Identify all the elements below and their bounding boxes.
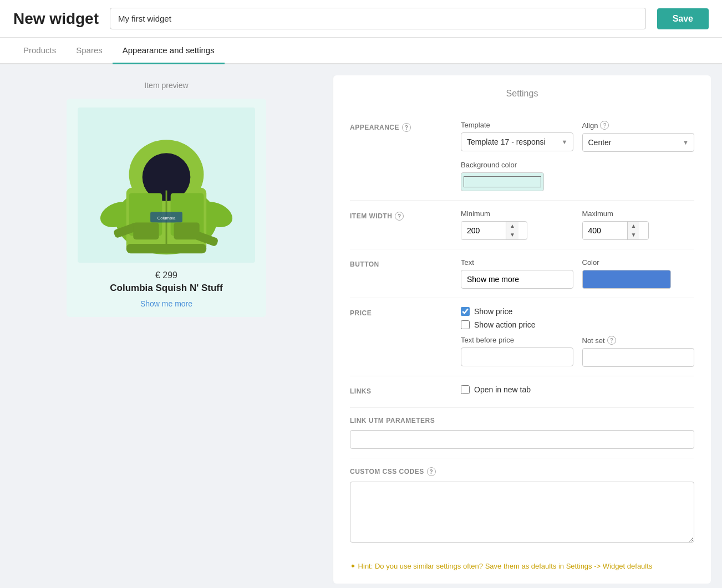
show-price-label: Show price xyxy=(474,307,512,316)
svg-rect-14 xyxy=(133,222,159,239)
max-down-btn[interactable]: ▼ xyxy=(628,231,640,239)
preview-panel: Item preview xyxy=(0,64,333,588)
max-label: Maximum xyxy=(582,209,695,218)
show-price-row[interactable]: Show price xyxy=(461,307,694,316)
min-down-btn[interactable]: ▼ xyxy=(506,231,518,239)
min-width-input[interactable] xyxy=(461,222,506,239)
appearance-info-icon[interactable]: ? xyxy=(402,123,411,132)
css-info-icon[interactable]: ? xyxy=(427,467,436,476)
svg-rect-13 xyxy=(126,244,206,253)
button-label: BUTTON xyxy=(350,258,450,268)
button-content: Text Color xyxy=(461,258,694,289)
not-set-label: Not set ? xyxy=(582,336,695,345)
button-text-input[interactable] xyxy=(461,270,573,289)
settings-title: Settings xyxy=(350,89,694,99)
item-image: Columbia xyxy=(78,108,255,263)
show-action-price-label: Show action price xyxy=(474,320,536,329)
template-select-wrapper: Template 17 - responsi Template 1 Templa… xyxy=(461,132,573,151)
text-before-price-field: Text before price xyxy=(461,336,573,367)
show-action-price-checkbox[interactable] xyxy=(461,320,470,329)
svg-text:Columbia: Columbia xyxy=(157,216,176,221)
hint-text: ✦ Hint: Do you use similar settings ofte… xyxy=(350,562,694,570)
preview-label: Item preview xyxy=(144,81,188,90)
max-spinners: ▲ ▼ xyxy=(627,222,640,239)
button-section: BUTTON Text Color xyxy=(350,249,694,298)
page-title: New widget xyxy=(13,10,99,28)
tab-products[interactable]: Products xyxy=(13,38,66,64)
show-action-price-row[interactable]: Show action price xyxy=(461,320,694,329)
item-width-label: ITEM WIDTH ? xyxy=(350,209,450,221)
item-show-more-link[interactable]: Show me more xyxy=(140,299,192,308)
price-content: Show price Show action price Text before… xyxy=(461,307,694,367)
max-width-spinner: ▲ ▼ xyxy=(582,221,649,240)
css-textarea[interactable] xyxy=(350,482,694,543)
appearance-section: APPEARANCE ? Template Template 17 - resp… xyxy=(350,112,694,201)
utm-input[interactable] xyxy=(350,430,694,449)
button-color-swatch[interactable] xyxy=(582,270,671,289)
tab-spares[interactable]: Spares xyxy=(66,38,113,64)
align-field: Align ? Center Left Right ▼ xyxy=(582,121,695,152)
open-new-tab-row[interactable]: Open in new tab xyxy=(461,385,694,394)
links-content: Open in new tab xyxy=(461,385,694,398)
max-width-input[interactable] xyxy=(583,222,627,239)
css-section: CUSTOM CSS CODES ? xyxy=(350,458,694,553)
jacket-illustration: Columbia xyxy=(94,113,238,257)
button-color-field: Color xyxy=(582,258,695,289)
svg-rect-15 xyxy=(174,222,199,239)
tab-appearance[interactable]: Appearance and settings xyxy=(113,38,225,64)
price-section: PRICE Show price Show action price xyxy=(350,298,694,376)
align-label: Align ? xyxy=(582,121,695,130)
max-up-btn[interactable]: ▲ xyxy=(628,222,640,231)
not-set-input[interactable] xyxy=(582,348,695,367)
min-label: Minimum xyxy=(461,209,573,218)
button-text-field: Text xyxy=(461,258,573,289)
widget-name-input[interactable] xyxy=(110,8,646,29)
align-select-wrapper: Center Left Right ▼ xyxy=(582,133,695,152)
bg-color-label: Background color xyxy=(461,161,694,169)
links-section: LINKS Open in new tab xyxy=(350,376,694,408)
tab-bar: Products Spares Appearance and settings xyxy=(0,38,722,64)
item-width-content: Minimum ▲ ▼ Maximum xyxy=(461,209,694,240)
css-label: CUSTOM CSS CODES ? xyxy=(350,467,694,476)
item-price: € 299 xyxy=(155,270,177,280)
item-width-section: ITEM WIDTH ? Minimum ▲ ▼ xyxy=(350,201,694,249)
not-set-field: Not set ? xyxy=(582,336,695,367)
template-field: Template Template 17 - responsi Template… xyxy=(461,121,573,152)
min-spinners: ▲ ▼ xyxy=(506,222,518,239)
align-info-icon[interactable]: ? xyxy=(600,121,609,130)
save-button[interactable]: Save xyxy=(657,8,709,29)
open-new-tab-label: Open in new tab xyxy=(474,385,531,394)
links-label: LINKS xyxy=(350,385,450,395)
text-before-price-input[interactable] xyxy=(461,347,573,366)
max-width-field: Maximum ▲ ▼ xyxy=(582,209,695,240)
text-before-price-label: Text before price xyxy=(461,336,573,344)
button-text-label: Text xyxy=(461,258,573,267)
min-width-field: Minimum ▲ ▼ xyxy=(461,209,573,240)
show-price-checkbox[interactable] xyxy=(461,307,470,316)
utm-label: LINK UTM PARAMETERS xyxy=(350,417,694,425)
price-label: PRICE xyxy=(350,307,450,317)
template-select[interactable]: Template 17 - responsi Template 1 Templa… xyxy=(461,132,573,151)
appearance-label: APPEARANCE ? xyxy=(350,121,450,132)
item-name: Columbia Squish N' Stuff xyxy=(110,283,222,294)
bg-color-input[interactable] xyxy=(461,172,544,191)
item-card: Columbia € 299 Columbia Squish N' xyxy=(67,99,266,317)
min-width-spinner: ▲ ▼ xyxy=(461,221,527,240)
align-select[interactable]: Center Left Right xyxy=(582,133,695,152)
settings-panel: Settings APPEARANCE ? Template Template … xyxy=(333,75,711,584)
min-up-btn[interactable]: ▲ xyxy=(506,222,518,231)
item-width-info-icon[interactable]: ? xyxy=(395,212,404,221)
not-set-info-icon[interactable]: ? xyxy=(607,336,616,345)
appearance-content: Template Template 17 - responsi Template… xyxy=(461,121,694,191)
open-new-tab-checkbox[interactable] xyxy=(461,385,470,394)
button-color-label: Color xyxy=(582,258,695,267)
template-label: Template xyxy=(461,121,573,129)
utm-section: LINK UTM PARAMETERS xyxy=(350,408,694,458)
